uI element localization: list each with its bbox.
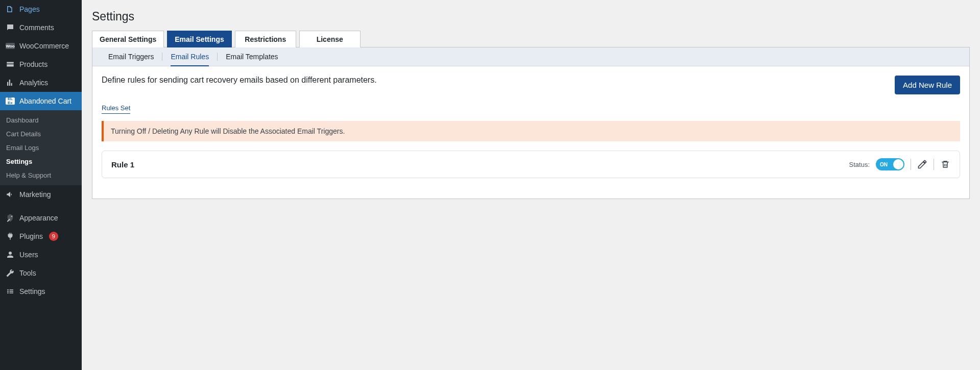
settings-panel: Email Triggers Email Rules Email Templat… [92, 47, 970, 199]
email-subtabs: Email Triggers Email Rules Email Templat… [92, 47, 969, 66]
analytics-icon [5, 78, 15, 88]
tools-icon [5, 268, 15, 278]
sidebar-item-label: WooCommerce [19, 42, 69, 50]
sidebar-sub-settings[interactable]: Settings [0, 155, 82, 168]
plugins-icon [5, 231, 15, 241]
warning-alert: Turning Off / Deleting Any Rule will Dis… [102, 121, 960, 141]
sidebar-item-label: Appearance [19, 214, 58, 222]
sidebar-item-pages[interactable]: Pages [0, 0, 82, 18]
divider [217, 53, 218, 61]
rule-actions: Status: ON [849, 158, 950, 170]
comments-icon [5, 22, 15, 33]
settings-icon [5, 286, 15, 297]
sidebar-item-label: Marketing [19, 190, 51, 199]
add-new-rule-button[interactable]: Add New Rule [895, 76, 960, 94]
subtab-email-triggers[interactable]: Email Triggers [108, 47, 154, 66]
sidebar-sub-help[interactable]: Help & Support [0, 168, 82, 182]
sidebar-item-analytics[interactable]: Analytics [0, 73, 82, 92]
products-icon [5, 59, 15, 69]
sidebar-item-label: Pages [19, 5, 40, 13]
divider [934, 159, 934, 170]
delete-icon[interactable] [940, 159, 950, 169]
divider [911, 159, 911, 170]
sidebar-item-label: Comments [19, 23, 54, 32]
users-icon [5, 250, 15, 260]
tab-email-settings[interactable]: Email Settings [167, 31, 231, 47]
sidebar-item-label: Users [19, 251, 38, 259]
sidebar-item-marketing[interactable]: Marketing [0, 185, 82, 204]
sidebar-item-label: Analytics [19, 79, 48, 87]
alert-text: Turning Off / Deleting Any Rule will Dis… [111, 127, 345, 135]
status-toggle[interactable]: ON [876, 158, 904, 170]
sidebar-sub-cart-details[interactable]: Cart Details [0, 127, 82, 141]
sidebar-submenu: Dashboard Cart Details Email Logs Settin… [0, 110, 82, 185]
tab-general-settings[interactable]: General Settings [92, 31, 164, 47]
tab-license[interactable]: License [299, 31, 361, 47]
sidebar-item-label: Abandoned Cart [19, 97, 71, 105]
plugins-update-badge: 9 [49, 232, 58, 241]
divider [162, 53, 162, 61]
subtab-email-templates[interactable]: Email Templates [226, 47, 278, 66]
settings-tabs: General Settings Email Settings Restrict… [92, 31, 970, 47]
sidebar-sub-email-logs[interactable]: Email Logs [0, 141, 82, 155]
page-title: Settings [92, 5, 970, 26]
admin-sidebar: Pages Comments Woo WooCommerce Products … [0, 0, 82, 370]
sidebar-item-label: Settings [19, 287, 45, 295]
sidebar-item-settings[interactable]: Settings [0, 282, 82, 301]
edit-icon[interactable] [917, 159, 927, 169]
sidebar-item-products[interactable]: Products [0, 55, 82, 73]
sidebar-item-woocommerce[interactable]: Woo WooCommerce [0, 37, 82, 55]
toggle-knob [893, 159, 903, 169]
sidebar-item-plugins[interactable]: Plugins 9 [0, 227, 82, 245]
status-label: Status: [849, 161, 870, 168]
sidebar-item-users[interactable]: Users [0, 245, 82, 264]
subtab-email-rules[interactable]: Email Rules [171, 47, 209, 66]
rule-row: Rule 1 Status: ON [102, 151, 960, 178]
sidebar-item-comments[interactable]: Comments [0, 18, 82, 37]
sidebar-sub-dashboard[interactable]: Dashboard [0, 113, 82, 127]
main-content: Settings General Settings Email Settings… [82, 0, 980, 370]
description-text: Define rules for sending cart recovery e… [102, 76, 377, 85]
sidebar-item-tools[interactable]: Tools [0, 264, 82, 282]
elex-icon: ELEx [5, 96, 15, 106]
sidebar-item-appearance[interactable]: Appearance [0, 209, 82, 227]
tab-restrictions[interactable]: Restrictions [235, 31, 296, 47]
sidebar-item-label: Plugins [19, 232, 43, 240]
sidebar-item-abandoned-cart[interactable]: ELEx Abandoned Cart [0, 92, 82, 110]
rule-name: Rule 1 [111, 160, 134, 169]
description-row: Define rules for sending cart recovery e… [92, 66, 969, 104]
sidebar-item-label: Tools [19, 269, 36, 277]
rules-set-label: Rules Set [102, 104, 130, 114]
pages-icon [5, 4, 15, 14]
toggle-on-text: ON [880, 162, 888, 167]
marketing-icon [5, 189, 15, 200]
woocommerce-icon: Woo [5, 41, 15, 51]
appearance-icon [5, 213, 15, 223]
sidebar-item-label: Products [19, 60, 47, 68]
